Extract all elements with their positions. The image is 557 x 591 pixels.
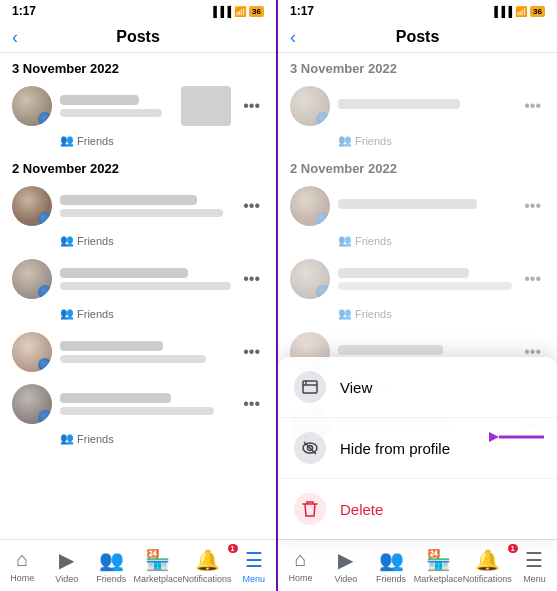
video-label-right: Video [334, 574, 357, 584]
post-more-btn-4[interactable]: ••• [239, 341, 264, 363]
nav-notifications-right[interactable]: 🔔1 Notifications [463, 548, 512, 584]
post-more-btn-5[interactable]: ••• [239, 393, 264, 415]
blur-right-1 [338, 99, 460, 109]
avatar-1 [12, 86, 52, 126]
post-text-1 [60, 95, 173, 117]
menu-icon-left: ☰ [245, 548, 263, 572]
post-text-4 [60, 341, 231, 363]
post-desc-blur-3 [60, 282, 231, 290]
context-menu: View Hide from profile Delete [278, 357, 557, 539]
page-title-left: Posts [116, 28, 160, 46]
marketplace-icon-left: 🏪 [145, 548, 170, 572]
nav-home-left[interactable]: ⌂ Home [0, 548, 44, 583]
context-view-label: View [340, 379, 372, 396]
menu-label-right: Menu [523, 574, 546, 584]
bottom-nav-left: ⌂ Home ▶ Video 👥 Friends 🏪 Marketplace 🔔… [0, 539, 276, 591]
date-label-right-2: 2 November 2022 [278, 153, 557, 180]
nav-notifications-left[interactable]: 🔔1 Notifications [182, 548, 231, 584]
friends-right-1: 👥Friends [278, 132, 557, 153]
left-panel: 1:17 ▐▐▐ 📶 36 ‹ Posts 3 November 2022 [0, 0, 278, 591]
friends-nav-label-left: Friends [96, 574, 126, 584]
battery-right: 36 [530, 6, 545, 17]
back-button-left[interactable]: ‹ [12, 27, 18, 48]
friends-label-1: 👥 Friends [0, 132, 276, 153]
status-icons-right: ▐▐▐ 📶 36 [491, 6, 545, 17]
nav-friends-right[interactable]: 👥 Friends [368, 548, 413, 584]
nav-marketplace-left[interactable]: 🏪 Marketplace [133, 548, 182, 584]
post-desc-blur-4 [60, 355, 206, 363]
post-more-btn-2[interactable]: ••• [239, 195, 264, 217]
menu-label-left: Menu [243, 574, 266, 584]
avatar-4 [12, 332, 52, 372]
date-label-1: 3 November 2022 [0, 53, 276, 80]
avatar-5 [12, 384, 52, 424]
context-delete-label: Delete [340, 501, 383, 518]
post-more-btn-3[interactable]: ••• [239, 268, 264, 290]
status-icons-left: ▐▐▐ 📶 36 [210, 6, 264, 17]
post-name-blur-5 [60, 393, 171, 403]
post-name-blur-3 [60, 268, 188, 278]
wifi-icon-right: 📶 [515, 6, 527, 17]
home-icon-right: ⌂ [295, 548, 307, 571]
date-label-2: 2 November 2022 [0, 153, 276, 180]
date-label-right-1: 3 November 2022 [278, 53, 557, 80]
post-item-5: ••• [0, 378, 276, 430]
wifi-icon-left: 📶 [234, 6, 246, 17]
video-label-left: Video [55, 574, 78, 584]
post-name-blur-1 [60, 95, 139, 105]
friends-nav-label-right: Friends [376, 574, 406, 584]
context-menu-view[interactable]: View [278, 357, 557, 418]
context-menu-delete[interactable]: Delete [278, 479, 557, 539]
post-item-2: ••• [0, 180, 276, 232]
post-thumbnail-1 [181, 86, 231, 126]
post-item-1: ••• [0, 80, 276, 132]
post-item-4: ••• [0, 326, 276, 378]
post-item-3: ••• [0, 253, 276, 305]
notification-badge-left: 1 [228, 544, 238, 553]
header-left: ‹ Posts [0, 22, 276, 53]
right-panel: 1:17 ▐▐▐ 📶 36 ‹ Posts 3 November 2022 ••… [278, 0, 557, 591]
menu-icon-right: ☰ [525, 548, 543, 572]
post-item-right-1: ••• [278, 80, 557, 132]
avatar-right-2 [290, 186, 330, 226]
friends-icon-2: 👥 [60, 234, 74, 247]
post-desc-blur-2 [60, 209, 223, 217]
page-title-right: Posts [396, 28, 440, 46]
post-desc-blur-1 [60, 109, 162, 117]
nav-menu-left[interactable]: ☰ Menu [232, 548, 276, 584]
post-item-right-3: ••• [278, 253, 557, 305]
delete-icon [294, 493, 326, 525]
nav-marketplace-right[interactable]: 🏪 Marketplace [414, 548, 463, 584]
friends-label-5: 👥 Friends [0, 430, 276, 451]
nav-friends-left[interactable]: 👥 Friends [89, 548, 133, 584]
post-more-btn-1[interactable]: ••• [239, 95, 264, 117]
friends-icon-1: 👥 [60, 134, 74, 147]
svg-rect-0 [303, 381, 317, 393]
avatar-2 [12, 186, 52, 226]
header-right: ‹ Posts [278, 22, 557, 53]
context-hide-label: Hide from profile [340, 440, 450, 457]
notifications-icon-left: 🔔1 [195, 548, 220, 572]
video-icon-right: ▶ [338, 548, 353, 572]
nav-video-right[interactable]: ▶ Video [323, 548, 368, 584]
nav-menu-right[interactable]: ☰ Menu [512, 548, 557, 584]
post-name-blur-4 [60, 341, 163, 351]
more-right-1: ••• [520, 95, 545, 117]
signal-icon-right: ▐▐▐ [491, 6, 512, 17]
notifications-label-right: Notifications [463, 574, 512, 584]
nav-video-left[interactable]: ▶ Video [44, 548, 88, 584]
context-menu-hide[interactable]: Hide from profile [278, 418, 557, 479]
back-button-right[interactable]: ‹ [290, 27, 296, 48]
notifications-label-left: Notifications [182, 574, 231, 584]
bottom-nav-right: ⌂ Home ▶ Video 👥 Friends 🏪 Marketplace 🔔… [278, 539, 557, 591]
home-label-right: Home [289, 573, 313, 583]
friends-nav-icon-left: 👥 [99, 548, 124, 572]
nav-home-right[interactable]: ⌂ Home [278, 548, 323, 583]
friends-label-2: 👥 Friends [0, 232, 276, 253]
avatar-right-1 [290, 86, 330, 126]
marketplace-label-left: Marketplace [133, 574, 182, 584]
marketplace-icon-right: 🏪 [426, 548, 451, 572]
time-right: 1:17 [290, 4, 314, 18]
status-bar-left: 1:17 ▐▐▐ 📶 36 [0, 0, 276, 22]
notification-badge-right: 1 [508, 544, 518, 553]
